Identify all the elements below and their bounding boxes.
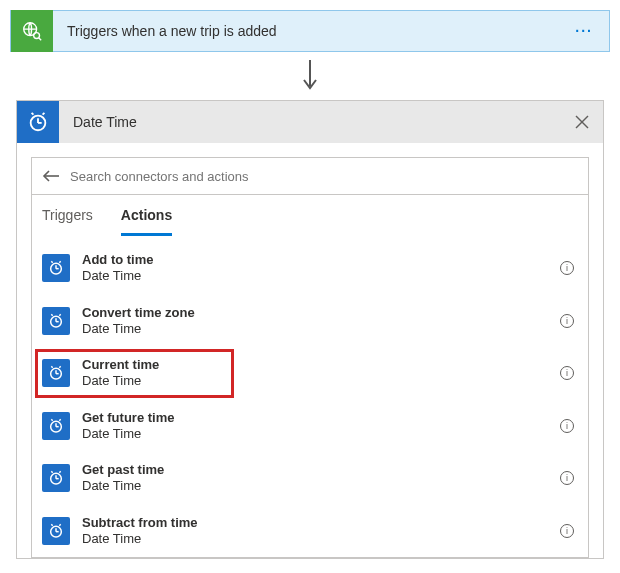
clock-icon: [42, 464, 70, 492]
info-icon[interactable]: i: [560, 366, 574, 380]
action-text: Add to timeDate Time: [70, 252, 560, 285]
panel-header: Date Time: [17, 101, 603, 143]
panel-title: Date Time: [59, 114, 561, 130]
trigger-title: Triggers when a new trip is added: [53, 23, 559, 39]
action-item[interactable]: Convert time zoneDate Timei: [32, 295, 588, 348]
action-title: Add to time: [82, 252, 560, 268]
action-item[interactable]: Current timeDate Timei: [32, 347, 588, 400]
search-input[interactable]: [70, 169, 578, 184]
tabs: Triggers Actions: [32, 195, 588, 236]
action-item[interactable]: Get future timeDate Timei: [32, 400, 588, 453]
action-subtitle: Date Time: [82, 268, 560, 284]
action-title: Convert time zone: [82, 305, 560, 321]
action-subtitle: Date Time: [82, 531, 560, 547]
info-icon[interactable]: i: [560, 471, 574, 485]
clock-icon: [17, 101, 59, 143]
action-title: Get future time: [82, 410, 560, 426]
clock-icon: [42, 307, 70, 335]
trigger-menu-button[interactable]: ···: [559, 23, 609, 39]
actions-list: Add to timeDate TimeiConvert time zoneDa…: [32, 236, 588, 557]
action-text: Subtract from timeDate Time: [70, 515, 560, 548]
search-panel: Triggers Actions Add to timeDate TimeiCo…: [31, 157, 589, 558]
action-text: Get future timeDate Time: [70, 410, 560, 443]
action-subtitle: Date Time: [82, 426, 560, 442]
info-icon[interactable]: i: [560, 261, 574, 275]
action-item[interactable]: Subtract from timeDate Timei: [32, 505, 588, 558]
info-icon[interactable]: i: [560, 524, 574, 538]
info-icon[interactable]: i: [560, 314, 574, 328]
clock-icon: [42, 517, 70, 545]
action-item[interactable]: Get past timeDate Timei: [32, 452, 588, 505]
action-subtitle: Date Time: [82, 478, 560, 494]
globe-search-icon: [11, 10, 53, 52]
action-title: Subtract from time: [82, 515, 560, 531]
svg-line-2: [39, 38, 41, 40]
action-title: Get past time: [82, 462, 560, 478]
clock-icon: [42, 412, 70, 440]
action-text: Convert time zoneDate Time: [70, 305, 560, 338]
flow-arrow-icon: [10, 58, 610, 92]
trigger-card[interactable]: Triggers when a new trip is added ···: [10, 10, 610, 52]
action-title: Current time: [82, 357, 560, 373]
action-subtitle: Date Time: [82, 321, 560, 337]
clock-icon: [42, 359, 70, 387]
action-subtitle: Date Time: [82, 373, 560, 389]
action-text: Current timeDate Time: [70, 357, 560, 390]
tab-triggers[interactable]: Triggers: [42, 207, 93, 236]
info-icon[interactable]: i: [560, 419, 574, 433]
action-text: Get past timeDate Time: [70, 462, 560, 495]
action-item[interactable]: Add to timeDate Timei: [32, 242, 588, 295]
close-button[interactable]: [561, 115, 603, 129]
tab-actions[interactable]: Actions: [121, 207, 172, 236]
back-arrow-icon[interactable]: [42, 169, 60, 183]
svg-point-1: [34, 33, 40, 39]
action-picker-panel: Date Time: [16, 100, 604, 559]
clock-icon: [42, 254, 70, 282]
